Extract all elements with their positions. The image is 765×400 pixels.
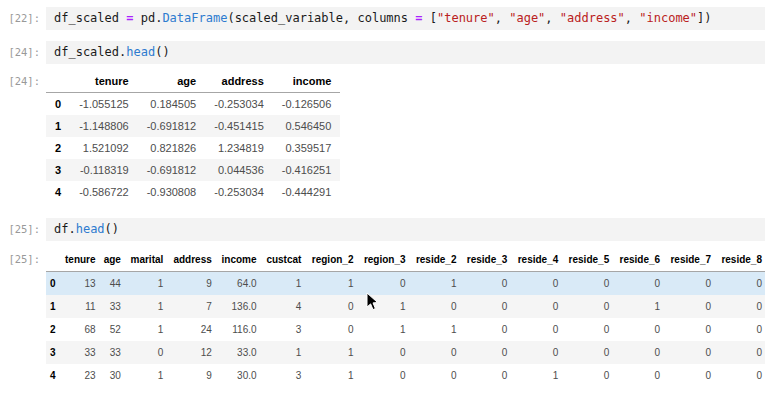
code-token-plain: [ (423, 11, 437, 25)
column-header: reside_7 (663, 248, 714, 272)
code-cell-25: [25]: df.head() (0, 218, 765, 241)
table-cell: 3 (260, 318, 305, 341)
table-cell: -0.126506 (273, 93, 341, 116)
table-row: 26852124116.03011000000 (46, 318, 765, 341)
table-cell: -0.451415 (205, 115, 273, 137)
table-cell: 0 (561, 272, 612, 296)
table-cell: 0 (714, 295, 765, 318)
column-header: age (138, 70, 206, 93)
table-cell: 1 (409, 272, 460, 296)
table-cell: 0 (663, 318, 714, 341)
table-cell: 0 (561, 295, 612, 318)
table-cell: 0 (510, 318, 561, 341)
row-index: 2 (46, 137, 70, 159)
table-cell: 24 (166, 318, 214, 341)
table-cell: -0.691812 (138, 159, 206, 181)
column-header: custcat (260, 248, 305, 272)
column-header: reside_5 (561, 248, 612, 272)
table-cell: 0 (510, 341, 561, 364)
table-row: 3333301233.01100000000 (46, 341, 765, 364)
table-cell: 3 (260, 364, 305, 387)
table-cell: 0 (612, 364, 663, 387)
code-input-24[interactable]: df_scaled.head() (46, 41, 765, 64)
table-cell: 0.184505 (138, 93, 206, 116)
code-input-22[interactable]: df_scaled = pd.DataFrame(scaled_variable… (46, 7, 765, 30)
table-cell: 0.821826 (138, 137, 206, 159)
table-cell: 0 (663, 364, 714, 387)
table-cell: 0 (459, 295, 510, 318)
table-cell: 1 (304, 364, 356, 387)
table-cell: 0 (356, 272, 408, 296)
index-header (46, 248, 59, 272)
table-cell: 1 (409, 318, 460, 341)
column-header: age (99, 248, 124, 272)
code-token-func: DataFrame (162, 11, 227, 25)
table-cell: 0 (409, 364, 460, 387)
row-index: 2 (46, 318, 59, 341)
table-cell: 0 (714, 364, 765, 387)
table-cell: 9 (166, 272, 214, 296)
table-cell: -0.691812 (138, 115, 206, 137)
table-cell: 1 (304, 341, 356, 364)
table-cell: 0 (124, 341, 166, 364)
row-index: 4 (46, 181, 70, 203)
code-cell-24: [24]: df_scaled.head() (0, 41, 765, 64)
code-token-plain: df. (54, 222, 76, 236)
table-row: 21.5210920.8218261.2348190.359517 (46, 137, 340, 159)
table-row: 4-0.586722-0.930808-0.253034-0.444291 (46, 181, 340, 203)
table-cell: 0 (612, 318, 663, 341)
table-cell: 0 (510, 272, 561, 296)
code-token-plain: , (625, 11, 639, 25)
column-header: marital (124, 248, 166, 272)
table-cell: 0 (714, 272, 765, 296)
index-header (46, 70, 70, 93)
code-line-24: df_scaled.head() (54, 45, 757, 60)
table-cell: 1 (356, 295, 408, 318)
table-cell: -1.148806 (70, 115, 138, 137)
dataframe-table: tenureagemaritaladdressincomecustcatregi… (46, 248, 765, 387)
code-token-plain: , (545, 11, 559, 25)
table-cell: 0 (304, 318, 356, 341)
table-cell: 44 (99, 272, 124, 296)
table-cell: 1 (260, 341, 305, 364)
output-area-24: tenureageaddressincome0-1.0551250.184505… (46, 70, 765, 203)
code-token-op: = (415, 11, 422, 25)
table-row: 1-1.148806-0.691812-0.4514150.546450 (46, 115, 340, 137)
table-cell: 0.359517 (273, 137, 341, 159)
row-index: 1 (46, 295, 59, 318)
column-header: reside_3 (459, 248, 510, 272)
code-token-plain: df_scaled. (54, 45, 126, 59)
table-cell: 0 (663, 341, 714, 364)
output-cell-25: [25]: tenureagemaritaladdressincomecustc… (0, 248, 765, 387)
column-header: address (166, 248, 214, 272)
table-cell: 0 (663, 295, 714, 318)
row-index: 0 (46, 272, 59, 296)
table-row: 013441964.01101000000 (46, 272, 765, 296)
row-index: 3 (46, 341, 59, 364)
row-index: 4 (46, 364, 59, 387)
code-token-plain: (scaled_variable, columns (227, 11, 415, 25)
table-cell: 1 (260, 272, 305, 296)
output-area-25: tenureagemaritaladdressincomecustcatregi… (46, 248, 765, 387)
table-cell: 116.0 (215, 318, 260, 341)
table-header-row: tenureagemaritaladdressincomecustcatregi… (46, 248, 765, 272)
table-cell: 1 (304, 272, 356, 296)
column-header: reside_4 (510, 248, 561, 272)
table-header-row: tenureageaddressincome (46, 70, 340, 93)
table-cell: 64.0 (215, 272, 260, 296)
table-cell: 1.234819 (205, 137, 273, 159)
code-token-plain: ]) (697, 11, 711, 25)
table-cell: 1 (124, 364, 166, 387)
column-header: region_3 (356, 248, 408, 272)
column-header: address (205, 70, 273, 93)
table-cell: 0 (561, 364, 612, 387)
table-row: 1113317136.04010000100 (46, 295, 765, 318)
code-token-str: "address" (560, 11, 625, 25)
table-cell: -0.586722 (70, 181, 138, 203)
table-cell: -0.253034 (205, 181, 273, 203)
table-cell: 1 (124, 318, 166, 341)
table-cell: 0 (561, 318, 612, 341)
table-cell: 0 (356, 364, 408, 387)
table-cell: 30.0 (215, 364, 260, 387)
code-input-25[interactable]: df.head() (46, 218, 765, 241)
